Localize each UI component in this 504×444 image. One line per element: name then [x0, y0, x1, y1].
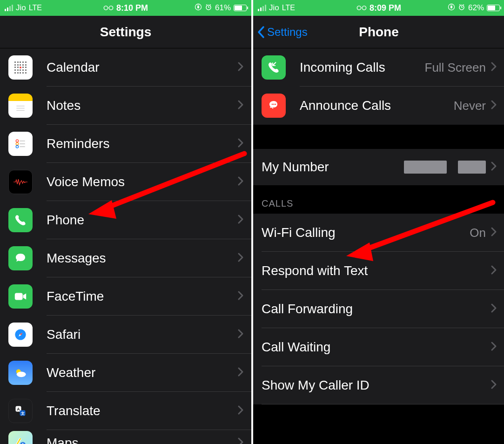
row-respond-with-text[interactable]: Respond with Text	[253, 252, 504, 290]
svg-line-9	[206, 4, 207, 5]
row-notes[interactable]: Notes	[0, 87, 251, 125]
row-messages[interactable]: Messages	[0, 239, 251, 277]
facetime-icon	[8, 284, 33, 309]
signal-icon	[258, 5, 266, 11]
nav-header: Settings	[0, 16, 251, 48]
row-incoming-calls[interactable]: Incoming Calls Full Screen	[253, 48, 504, 87]
alarm-icon	[458, 3, 465, 13]
hotspot-icon	[356, 5, 367, 11]
svg-rect-5	[197, 6, 199, 8]
page-title: Settings	[100, 25, 151, 40]
settings-screen: Jio LTE 8:10 PM 61% Settings	[0, 0, 251, 444]
row-maps[interactable]: Maps	[0, 430, 251, 444]
chevron-right-icon	[237, 405, 244, 417]
row-value: On	[470, 226, 486, 240]
row-label: Maps	[47, 436, 237, 444]
chevron-right-icon	[491, 227, 497, 239]
carrier-label: Jio	[16, 3, 26, 13]
chevron-right-icon	[237, 290, 244, 303]
svg-point-16	[16, 146, 18, 148]
row-label: Notes	[47, 98, 237, 113]
row-call-waiting[interactable]: Call Waiting	[253, 328, 504, 366]
reminders-icon	[8, 132, 33, 156]
row-label: Messages	[47, 251, 237, 266]
row-safari[interactable]: Safari	[0, 316, 251, 354]
calendar-icon	[8, 55, 33, 80]
chevron-right-icon	[237, 252, 244, 264]
alarm-icon	[205, 3, 212, 13]
chevron-right-icon	[491, 100, 497, 112]
chevron-right-icon	[491, 161, 497, 173]
svg-rect-40	[450, 6, 452, 8]
battery-icon	[234, 5, 247, 11]
row-label: FaceTime	[47, 289, 237, 304]
svg-rect-20	[15, 293, 23, 300]
maps-icon	[8, 431, 33, 444]
page-title: Phone	[359, 25, 399, 40]
clock-time: 8:09 PM	[370, 3, 401, 13]
status-bar: Jio LTE 8:09 PM 62%	[253, 0, 504, 16]
row-show-my-caller-id[interactable]: Show My Caller ID	[253, 366, 504, 404]
chevron-right-icon	[237, 138, 244, 150]
chevron-right-icon	[237, 61, 244, 74]
section-header-calls: CALLS	[253, 185, 504, 214]
network-type: LTE	[29, 4, 42, 12]
row-label: Calendar	[47, 60, 237, 75]
svg-point-48	[275, 104, 276, 105]
row-call-forwarding[interactable]: Call Forwarding	[253, 290, 504, 328]
chevron-right-icon	[491, 303, 497, 315]
row-label: Respond with Text	[262, 263, 491, 278]
chevron-right-icon	[491, 379, 497, 391]
row-label: Call Forwarding	[262, 302, 491, 316]
battery-icon	[487, 5, 500, 11]
hotspot-icon	[103, 5, 114, 11]
row-label: Safari	[47, 327, 237, 342]
svg-point-26	[17, 372, 26, 377]
clock-time: 8:10 PM	[116, 3, 148, 13]
network-type: LTE	[282, 4, 295, 12]
voice-memos-icon	[8, 170, 33, 194]
phone-settings-screen: Jio LTE 8:09 PM 62% Settings Ph	[253, 0, 504, 444]
row-translate[interactable]: A文 Translate	[0, 392, 251, 430]
row-phone[interactable]: Phone	[0, 201, 251, 239]
row-wifi-calling[interactable]: Wi-Fi Calling On	[253, 214, 504, 252]
row-weather[interactable]: Weather	[0, 354, 251, 392]
settings-list[interactable]: Calendar Notes Reminders Voice Memos	[0, 48, 251, 444]
chevron-right-icon	[237, 100, 244, 112]
chevron-right-icon	[491, 61, 497, 74]
orientation-lock-icon	[195, 3, 202, 13]
my-number-section: My Number	[253, 149, 504, 185]
row-my-number[interactable]: My Number	[253, 149, 504, 185]
row-announce-calls[interactable]: Announce Calls Never	[253, 87, 504, 125]
row-voice-memos[interactable]: Voice Memos	[0, 163, 251, 201]
svg-point-14	[16, 140, 18, 142]
row-label: Incoming Calls	[300, 60, 425, 75]
row-facetime[interactable]: FaceTime	[0, 277, 251, 316]
row-value: Never	[454, 99, 486, 113]
row-calendar[interactable]: Calendar	[0, 48, 251, 87]
translate-icon: A文	[8, 399, 33, 423]
row-label: Phone	[47, 213, 237, 228]
svg-point-47	[273, 104, 275, 105]
row-label: Wi-Fi Calling	[262, 225, 470, 240]
battery-percent: 62%	[468, 3, 484, 13]
chevron-right-icon	[237, 437, 244, 444]
row-label: Reminders	[47, 136, 237, 151]
weather-icon	[8, 361, 33, 385]
battery-percent: 61%	[215, 3, 231, 13]
nav-header: Settings Phone	[253, 16, 504, 48]
phone-icon	[8, 208, 33, 232]
row-reminders[interactable]: Reminders	[0, 125, 251, 163]
row-label: Show My Caller ID	[262, 378, 491, 393]
svg-line-44	[459, 4, 460, 5]
status-bar: Jio LTE 8:10 PM 61%	[0, 0, 251, 16]
signal-icon	[5, 5, 13, 11]
row-label: Weather	[47, 365, 237, 380]
chevron-right-icon	[237, 329, 244, 341]
svg-point-15	[16, 142, 18, 145]
row-label: Call Waiting	[262, 340, 491, 355]
row-value: Full Screen	[425, 61, 486, 75]
svg-text:A: A	[17, 407, 20, 411]
row-label: Translate	[47, 404, 237, 418]
back-button[interactable]: Settings	[257, 16, 308, 48]
